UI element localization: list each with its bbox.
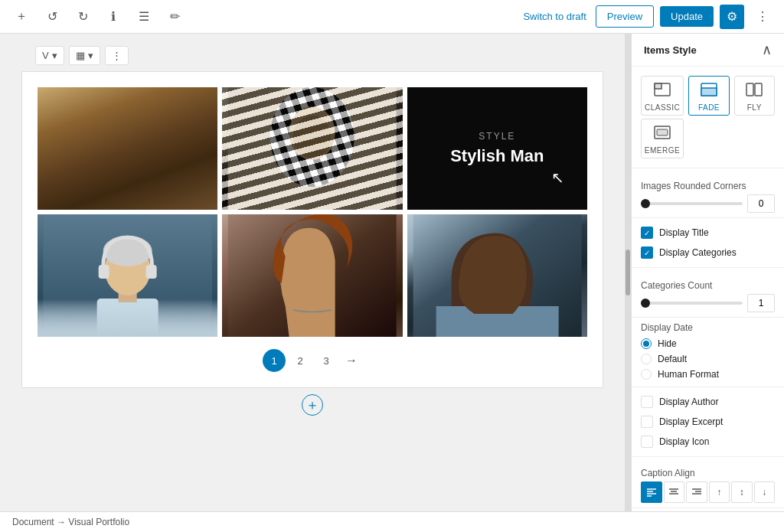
photo-curly <box>222 214 402 337</box>
display-title-row[interactable]: Display Title <box>632 223 784 243</box>
switch-to-draft-button[interactable]: Switch to draft <box>523 11 586 22</box>
block-more-button[interactable]: ⋮ <box>105 46 129 65</box>
emerge-label: EMERGE <box>645 146 680 155</box>
block-v-button[interactable]: V ▾ <box>35 46 64 65</box>
display-author-checkbox[interactable] <box>641 396 653 408</box>
photo-style: STYLE Stylish Man ↖ <box>407 87 587 210</box>
categories-count-value[interactable]: 1 <box>747 294 775 312</box>
divider-2 <box>632 217 784 218</box>
svg-rect-6 <box>228 87 397 210</box>
display-icon-checkbox[interactable] <box>641 436 653 448</box>
svg-point-9 <box>270 87 354 187</box>
display-title-label: Display Title <box>659 227 709 238</box>
grid-item[interactable] <box>38 87 217 210</box>
portfolio-block: STYLE Stylish Man ↖ <box>21 71 603 388</box>
fade-label: FADE <box>698 103 720 112</box>
display-excerpt-checkbox[interactable] <box>641 416 653 428</box>
grid-item[interactable] <box>407 214 587 337</box>
add-block-button[interactable]: ＋ <box>302 394 323 416</box>
style-emerge[interactable]: EMERGE <box>641 119 684 158</box>
rounded-corners-slider-row: 0 <box>641 194 775 213</box>
display-categories-checkbox[interactable] <box>641 246 653 259</box>
layout-icon: ▦ <box>76 50 85 61</box>
categories-count-slider[interactable] <box>641 302 743 305</box>
svg-rect-5 <box>103 110 152 129</box>
portfolio-grid: STYLE Stylish Man ↖ <box>38 87 587 337</box>
divider-6 <box>632 456 784 457</box>
caption-align-buttons: ↑ ↕ ↓ <box>641 481 775 503</box>
display-author-row[interactable]: Display Author <box>632 392 784 412</box>
divider-1 <box>632 168 784 168</box>
caption-valign-bottom[interactable]: ↓ <box>754 481 776 503</box>
more-options-button[interactable]: ⋮ <box>750 5 775 29</box>
display-date-label: Display Date <box>641 322 775 333</box>
grid-item[interactable] <box>222 214 402 337</box>
align-center-icon <box>668 488 679 497</box>
style-fade[interactable]: FADE <box>688 76 729 116</box>
svg-rect-18 <box>99 265 109 279</box>
settings-button[interactable]: ⚙ <box>720 5 744 29</box>
grid-item[interactable] <box>222 87 402 210</box>
panel-close-button[interactable]: ∧ <box>762 43 772 57</box>
svg-rect-31 <box>657 129 668 135</box>
caption-align-label: Caption Align <box>641 468 775 478</box>
preview-button[interactable]: Preview <box>596 5 654 28</box>
redo-button[interactable]: ↻ <box>70 5 95 29</box>
date-default-row[interactable]: Default <box>641 351 775 367</box>
add-block-toolbar-button[interactable]: ＋ <box>9 5 34 29</box>
svg-rect-0 <box>44 87 212 210</box>
rounded-corners-thumb[interactable] <box>641 199 650 208</box>
page-3-button[interactable]: 3 <box>315 349 338 372</box>
svg-rect-19 <box>146 265 157 279</box>
display-excerpt-row[interactable]: Display Excerpt <box>632 412 784 432</box>
display-icon-row[interactable]: Display Icon <box>632 432 784 452</box>
rounded-corners-section: Images Rounded Corners 0 <box>632 173 784 213</box>
svg-rect-27 <box>701 88 717 96</box>
toolbar-left: ＋ ↺ ↻ ℹ ☰ ✏ <box>9 5 187 29</box>
caption-valign-middle[interactable]: ↕ <box>731 481 753 503</box>
display-categories-row[interactable]: Display Categories <box>632 243 784 263</box>
caption-valign-top[interactable]: ↑ <box>709 481 730 503</box>
style-classic[interactable]: CLASSIC <box>641 76 684 116</box>
panel-title: Items Style <box>644 44 697 56</box>
date-human-row[interactable]: Human Format <box>641 367 775 382</box>
rounded-corners-slider[interactable] <box>641 202 743 205</box>
divider-4 <box>632 317 784 318</box>
rounded-corners-value[interactable]: 0 <box>747 194 775 213</box>
display-icon-label: Display Icon <box>659 436 709 447</box>
date-hide-row[interactable]: Hide <box>641 336 775 351</box>
undo-button[interactable]: ↺ <box>40 5 64 29</box>
tools-button[interactable]: ✏ <box>162 5 187 29</box>
caption-align-right[interactable] <box>686 481 707 503</box>
pagination: 1 2 3 → <box>38 349 587 372</box>
style-fly[interactable]: FLY <box>734 76 775 116</box>
align-right-icon <box>691 488 702 497</box>
emerge-row: EMERGE <box>632 116 784 163</box>
editor-area: V ▾ ▦ ▾ ⋮ <box>0 34 625 511</box>
add-block-row: ＋ <box>302 394 323 416</box>
grid-item[interactable]: STYLE Stylish Man ↖ <box>407 87 587 210</box>
grid-item[interactable] <box>38 214 217 337</box>
update-button[interactable]: Update <box>660 6 714 27</box>
svg-point-4 <box>96 115 160 133</box>
list-view-button[interactable]: ☰ <box>132 5 156 29</box>
categories-count-thumb[interactable] <box>641 299 650 308</box>
date-default-radio[interactable] <box>641 354 652 364</box>
page-2-button[interactable]: 2 <box>289 349 312 372</box>
info-button[interactable]: ℹ <box>101 5 126 29</box>
photo-man <box>407 214 587 337</box>
date-hide-radio[interactable] <box>641 338 652 349</box>
layout-chevron-icon: ▾ <box>88 50 93 61</box>
block-layout-button[interactable]: ▦ ▾ <box>69 46 100 65</box>
svg-point-11 <box>293 116 332 158</box>
caption-align-left[interactable] <box>641 481 662 503</box>
display-title-checkbox[interactable] <box>641 227 653 239</box>
date-human-radio[interactable] <box>641 369 652 380</box>
page-1-button[interactable]: 1 <box>263 349 286 372</box>
categories-count-label: Categories Count <box>641 280 775 291</box>
caption-align-center[interactable] <box>664 481 685 503</box>
date-hide-label: Hide <box>658 338 677 349</box>
page-next-button[interactable]: → <box>341 354 362 367</box>
divider-3 <box>632 267 784 268</box>
breadcrumb-bar: Document → Visual Portfolio <box>0 511 784 532</box>
